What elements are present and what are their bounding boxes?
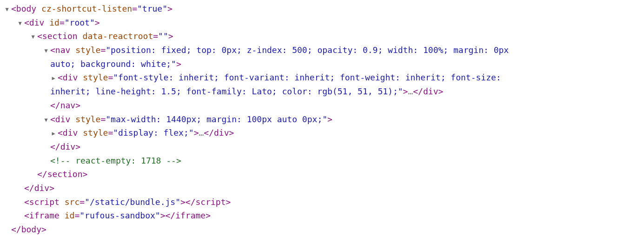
node-nav-open-cont[interactable]: auto; background: white;"> <box>4 57 640 71</box>
node-section-open[interactable]: ▼<section data-reactroot=""> <box>4 29 640 43</box>
node-section-close[interactable]: ▼</section> <box>4 167 640 181</box>
dom-tree: ▼<body cz-shortcut-listen="true"> ▼<div … <box>4 2 640 237</box>
disclosure-triangle-down-icon[interactable]: ▼ <box>17 19 23 28</box>
disclosure-triangle-down-icon[interactable]: ▼ <box>30 33 36 42</box>
disclosure-triangle-down-icon[interactable]: ▼ <box>4 5 10 14</box>
node-iframe[interactable]: ▼<iframe id="rufous-sandbox"></iframe> <box>4 209 640 223</box>
disclosure-triangle-down-icon[interactable]: ▼ <box>43 116 49 125</box>
node-script[interactable]: ▼<script src="/static/bundle.js"></scrip… <box>4 195 640 209</box>
node-div-root-close[interactable]: ▼</div> <box>4 181 640 195</box>
node-nav-open[interactable]: ▼<nav style="position: fixed; top: 0px; … <box>4 43 640 57</box>
disclosure-triangle-down-icon[interactable]: ▼ <box>43 46 49 56</box>
node-nav-close[interactable]: </nav> <box>4 99 640 112</box>
node-div-flex-collapsed[interactable]: ▶<div style="display: flex;">…</div> <box>4 126 640 140</box>
node-div-font-collapsed-cont[interactable]: inherit; line-height: 1.5; font-family: … <box>4 85 640 99</box>
disclosure-triangle-right-icon[interactable]: ▶ <box>50 74 57 83</box>
node-div-maxwidth-open[interactable]: ▼<div style="max-width: 1440px; margin: … <box>4 112 640 126</box>
node-div-font-collapsed[interactable]: ▶<div style="font-style: inherit; font-v… <box>4 71 640 85</box>
node-comment[interactable]: <!-- react-empty: 1718 --> <box>4 154 640 168</box>
disclosure-triangle-right-icon[interactable]: ▶ <box>50 129 57 138</box>
node-body-open[interactable]: ▼<body cz-shortcut-listen="true"> <box>4 2 640 16</box>
node-body-close[interactable]: ▼</body> <box>4 223 640 237</box>
node-div-root-open[interactable]: ▼<div id="root"> <box>4 16 640 30</box>
node-div-maxwidth-close[interactable]: </div> <box>4 140 640 154</box>
